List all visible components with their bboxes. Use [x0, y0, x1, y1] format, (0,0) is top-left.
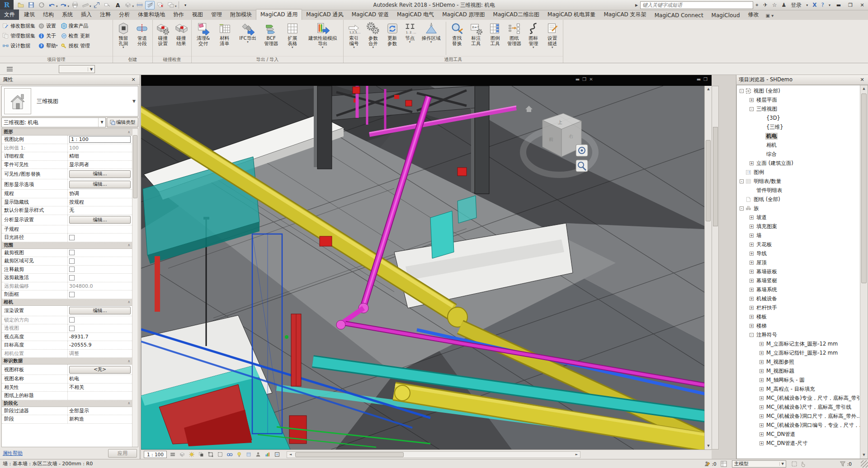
- expand-icon[interactable]: +: [750, 215, 754, 220]
- expand-icon[interactable]: +: [750, 270, 754, 274]
- button-pipe-segment[interactable]: 管道分段: [133, 21, 152, 46]
- redo-icon[interactable]: [59, 1, 68, 9]
- search-input[interactable]: [640, 1, 753, 9]
- expand-icon[interactable]: +: [760, 423, 764, 427]
- tab-magicad-管道[interactable]: MagiCAD 管道: [348, 9, 393, 20]
- button-help-question[interactable]: ?帮助 ▾: [37, 41, 59, 51]
- communication-center-icon[interactable]: ✈: [763, 2, 768, 8]
- tree-item-立面建筑立面[interactable]: +立面 (建筑立面): [737, 159, 860, 168]
- tree-item-综合[interactable]: +综合: [737, 150, 860, 159]
- tree-item-相机[interactable]: +相机: [737, 140, 860, 150]
- browser-scrollbar[interactable]: ▲ ▼: [860, 85, 868, 459]
- default-3d-view-icon[interactable]: [123, 1, 133, 9]
- panel-toggle-icon[interactable]: ▣ ▾: [766, 13, 774, 20]
- tab-视图[interactable]: 视图: [188, 9, 207, 20]
- save-icon[interactable]: [26, 1, 36, 9]
- press-drag-icon[interactable]: [800, 461, 807, 467]
- expand-icon[interactable]: +: [760, 396, 764, 400]
- button-modify-dataset[interactable]: 修改数据集: [1, 21, 37, 31]
- properties-help-link[interactable]: 属性帮助: [3, 450, 23, 457]
- property-checkbox[interactable]: [69, 267, 75, 272]
- button-find-replace[interactable]: 查找替换: [448, 21, 467, 46]
- options-bar-combo[interactable]: ▼: [59, 65, 95, 73]
- property-edit-button[interactable]: 编辑...: [69, 170, 131, 178]
- button-node-tool[interactable]: 1. 2. ...节点▾: [402, 21, 418, 44]
- collapse-chevron-icon[interactable]: ∧: [127, 243, 130, 247]
- tree-item-M轴网标头圆[interactable]: +M_轴网标头 - 圆: [737, 375, 860, 384]
- section-header-标识数据[interactable]: 标识数据∧: [2, 358, 132, 365]
- measure-icon[interactable]: [80, 1, 90, 9]
- section-header-范围[interactable]: 范围∧: [2, 242, 132, 249]
- signin-dropdown-icon[interactable]: ▾: [806, 3, 808, 7]
- tree-item-M立面标记主体圆形12mm[interactable]: +M_立面标记主体_圆形-12 mm: [737, 339, 860, 348]
- property-text[interactable]: 新构造: [69, 416, 84, 422]
- tag-icon[interactable]: [103, 1, 112, 9]
- tab-magicad-通风[interactable]: MagiCAD 通风: [302, 9, 347, 20]
- tab-magicad-connect[interactable]: MagiCAD Connect: [651, 11, 708, 20]
- button-settings-gear[interactable]: 设置: [37, 21, 59, 31]
- button-extend-table[interactable]: 扩展表格▾: [282, 21, 303, 49]
- tab-magicad-支吊架[interactable]: MagiCAD 支吊架: [599, 9, 650, 20]
- chevron-down-icon[interactable]: ▾: [175, 5, 177, 8]
- property-text[interactable]: 协调: [69, 190, 79, 197]
- expand-icon[interactable]: +: [760, 405, 764, 409]
- exchange-apps-icon[interactable]: X: [812, 2, 816, 8]
- exclude-options-icon[interactable]: [791, 461, 797, 467]
- tab-magicad二维出图[interactable]: MagiCAD二维出图: [489, 9, 544, 20]
- chevron-down-icon[interactable]: ▾: [56, 5, 58, 8]
- tree-item-M立面标记指针圆形12mm[interactable]: +M_立面标记指针_圆形-12 mm: [737, 348, 860, 357]
- tab-magicad-机电算量[interactable]: MagiCAD 机电算量: [543, 9, 599, 20]
- tree-item-MCDN管道[interactable]: +MC_DN管道: [737, 430, 860, 439]
- temporary-view-icon[interactable]: [245, 451, 253, 459]
- button-set-description[interactable]: 设置描述▾: [543, 21, 562, 49]
- button-param-merge[interactable]: 参数合并▾: [363, 21, 382, 49]
- property-checkbox[interactable]: [69, 292, 75, 297]
- view2-restore-icon[interactable]: ❐: [702, 77, 709, 82]
- section-icon[interactable]: [135, 1, 144, 9]
- tree-item-MC机械设备尺寸底标高带引线[interactable]: +MC_(机械设备)尺寸，底标高_带引线: [737, 402, 860, 412]
- tree-item-幕墙系统[interactable]: +幕墙系统: [737, 285, 860, 294]
- tree-item-屋顶[interactable]: +屋顶: [737, 258, 860, 267]
- property-checkbox[interactable]: [69, 317, 75, 323]
- property-edit-button[interactable]: 编辑...: [69, 307, 131, 314]
- expand-icon[interactable]: +: [750, 234, 754, 238]
- view-restore-icon[interactable]: ❐: [581, 77, 588, 82]
- chevron-down-icon[interactable]: ▾: [90, 5, 91, 8]
- expand-icon[interactable]: +: [750, 324, 754, 328]
- property-text[interactable]: 无: [69, 207, 74, 214]
- aligned-dimension-icon[interactable]: [92, 1, 102, 9]
- button-work-area[interactable]: 操作区域▾: [418, 21, 444, 44]
- button-material-list[interactable]: 材料清单: [214, 21, 235, 46]
- help-icon[interactable]: ?: [821, 2, 824, 8]
- property-edit-button[interactable]: 编辑...: [69, 181, 131, 188]
- property-text[interactable]: -20555.9: [69, 342, 91, 348]
- button-index-number[interactable]: 1,2,3,...索引编号▾: [344, 21, 363, 49]
- expand-icon[interactable]: +: [750, 315, 754, 319]
- property-text[interactable]: 304800.0: [69, 283, 93, 289]
- tree-item-机械设备[interactable]: +机械设备: [737, 294, 860, 303]
- button-dimension-tool[interactable]: X=?标注工具: [467, 21, 486, 46]
- tree-item-机电[interactable]: +机电: [737, 131, 860, 140]
- tab-协作[interactable]: 协作: [169, 9, 188, 20]
- property-checkbox[interactable]: [69, 235, 75, 240]
- collapse-icon[interactable]: -: [740, 89, 744, 93]
- minimize-button[interactable]: ▬: [833, 1, 844, 9]
- tree-item-MC机械设备专业尺寸底标高带引线[interactable]: +MC_(机械设备)专业，尺寸，底标高_带引线: [737, 393, 860, 402]
- chevron-down-icon[interactable]: ▾: [68, 5, 70, 8]
- tree-item-注释符号[interactable]: -注释符号: [737, 330, 860, 339]
- sync-icon[interactable]: [37, 1, 46, 9]
- collapse-chevron-icon[interactable]: ∧: [127, 300, 130, 304]
- collapse-icon[interactable]: -: [740, 206, 744, 211]
- tab-magicad-通用[interactable]: MagiCAD 通用: [256, 9, 302, 20]
- button-ifc-export[interactable]: IFC导出▾: [235, 21, 260, 44]
- temporary-hide-icon[interactable]: [226, 451, 234, 459]
- type-selector[interactable]: 三维视图 ▼: [1, 86, 138, 117]
- property-text[interactable]: 机电: [69, 375, 79, 382]
- property-checkbox[interactable]: [69, 250, 75, 255]
- tab-magicad-原理图[interactable]: MagiCAD 原理图: [438, 9, 489, 20]
- collapse-icon[interactable]: -: [750, 333, 754, 337]
- expand-icon[interactable]: +: [760, 378, 764, 382]
- chevron-right-icon[interactable]: ▸: [635, 2, 638, 8]
- analysis-display-icon[interactable]: [264, 451, 272, 459]
- button-license-manage[interactable]: 授权 管理: [59, 41, 92, 51]
